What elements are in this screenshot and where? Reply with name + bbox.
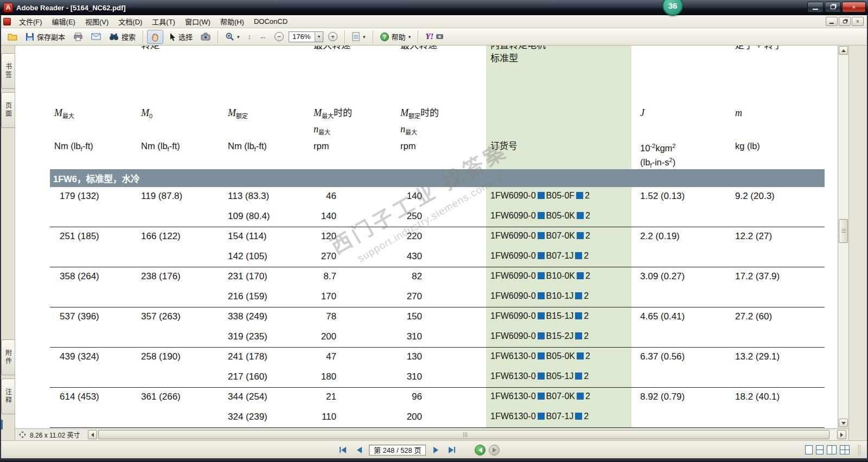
search-button[interactable]: 搜索 — [106, 30, 139, 44]
scroll-left-button[interactable] — [88, 430, 97, 439]
zoom-out-button[interactable]: − — [271, 30, 287, 44]
snapshot-tool-button[interactable] — [197, 30, 214, 44]
placeholder-square-icon — [577, 352, 584, 360]
menu-help[interactable]: 帮助(H) — [215, 15, 249, 28]
unit-nm: Nm (lbf-ft) — [140, 140, 227, 171]
single-page-view-button[interactable] — [805, 445, 813, 454]
menu-document[interactable]: 文档(D) — [113, 15, 147, 28]
cell-m0 — [140, 368, 227, 388]
header-torque: 转矩 — [140, 46, 227, 65]
placeholder-square-icon — [538, 292, 545, 299]
unit-kg: kg (lb) — [730, 140, 825, 171]
fit-width-button[interactable]: ↔ — [256, 30, 270, 44]
next-view-button[interactable] — [489, 445, 500, 455]
cell-nmax-at-mrated: 150 — [400, 307, 486, 328]
sidebar-tab-pages[interactable]: 页面 — [1, 92, 15, 128]
pdf-document-icon — [3, 18, 11, 25]
facing-view-button[interactable] — [827, 445, 837, 454]
previous-view-button[interactable] — [475, 445, 486, 455]
cell-m-rated: 113 (83.3) — [227, 187, 314, 207]
save-copy-button[interactable]: 保存副本 — [22, 30, 68, 44]
cell-m-rated: 344 (254) — [227, 388, 314, 408]
horizontal-scroll-track[interactable] — [98, 430, 837, 439]
select-cursor-icon — [168, 33, 176, 41]
save-icon — [25, 33, 34, 41]
print-button[interactable] — [70, 30, 86, 44]
close-button[interactable]: × — [842, 2, 866, 12]
zoom-level-combobox[interactable]: 176% ▾ — [289, 31, 323, 42]
vertical-scroll-thumb[interactable] — [839, 219, 848, 243]
cell-nmax-at-mmax: 47 — [314, 348, 400, 368]
scroll-down-button[interactable] — [839, 419, 848, 427]
cell-weight — [730, 207, 825, 227]
yahoo-toolbar-button[interactable]: Y! — [422, 30, 446, 44]
zoom-in-button[interactable]: + — [325, 30, 341, 44]
cell-m0: 258 (190) — [140, 348, 227, 368]
header-inertia-j: J — [631, 106, 730, 139]
menu-edit[interactable]: 编辑(E) — [47, 15, 80, 28]
document-area: 书签 页面 附件 注释 转矩 最大转速 最大转速 内置转矩电机 标准型 — [0, 46, 868, 440]
page-display-button[interactable]: ▾ — [349, 30, 369, 44]
minimize-button[interactable] — [807, 2, 824, 12]
cell-rotor-inertia — [631, 287, 730, 307]
last-page-icon — [454, 447, 455, 453]
menu-view[interactable]: 视图(V) — [80, 15, 113, 28]
last-page-button[interactable] — [445, 444, 458, 457]
scroll-right-button[interactable] — [837, 430, 846, 439]
continuous-view-button[interactable] — [816, 445, 824, 454]
mdi-restore-button[interactable] — [839, 17, 851, 26]
placeholder-square-icon — [538, 413, 545, 420]
sidebar-tab-attachments[interactable]: 附件 — [1, 339, 15, 375]
title-bar: A Adobe Reader - [5164_NC62.pdf] 36 × — [0, 0, 868, 15]
vertical-scrollbar[interactable] — [838, 46, 848, 428]
menu-file[interactable]: 文件(F) — [14, 15, 47, 28]
sidebar-tab-comments[interactable]: 注释 — [1, 378, 15, 414]
header-built-in-torque-motor: 内置转矩电机 标准型 — [486, 46, 631, 65]
zoom-in-tool-button[interactable]: ▾ — [222, 30, 243, 44]
mdi-minimize-button[interactable] — [826, 17, 838, 26]
menu-doconcd[interactable]: DOConCD — [249, 16, 292, 27]
cell-m-max: 614 (453) — [50, 388, 140, 408]
cell-nmax-at-mmax: 270 — [314, 247, 400, 267]
scroll-up-button[interactable] — [839, 46, 848, 55]
select-tool-button[interactable]: 选择 — [165, 30, 196, 44]
cell-nmax-at-mrated: 200 — [400, 408, 486, 428]
continuous-facing-view-button[interactable] — [840, 445, 850, 454]
help-button[interactable]: ? 帮助 ▾ — [377, 30, 414, 44]
previous-page-button[interactable] — [353, 444, 366, 457]
next-page-button[interactable] — [429, 444, 442, 457]
save-copy-label: 保存副本 — [37, 31, 65, 42]
cell-weight: 13.2 (29.1) — [730, 348, 825, 368]
mdi-close-button[interactable]: × — [852, 17, 864, 26]
restore-button[interactable] — [825, 2, 841, 12]
hand-tool-button[interactable] — [147, 30, 163, 44]
page-number-field[interactable]: 第 248 / 528 页 — [369, 445, 426, 455]
cell-m0: 166 (122) — [140, 227, 227, 247]
first-page-button[interactable] — [336, 444, 349, 457]
placeholder-square-icon — [575, 413, 582, 420]
table-row-group: 358 (264)238 (176)231 (170)8.7821FW6090-… — [50, 267, 825, 307]
cell-m-rated: 231 (170) — [227, 267, 314, 287]
cell-weight — [730, 287, 825, 307]
thumb-grip — [841, 229, 846, 229]
window-title: Adobe Reader - [5164_NC62.pdf] — [16, 4, 126, 12]
table-row-group: 537 (396)357 (263)338 (249)781501FW6090-… — [50, 307, 825, 347]
open-button[interactable] — [4, 30, 21, 44]
horizontal-scroll-thumb[interactable] — [98, 430, 830, 439]
cell-nmax-at-mrated: 310 — [400, 368, 486, 388]
sidebar-tab-bookmarks[interactable]: 书签 — [1, 53, 15, 89]
cell-order-number: 1FW6090-0B10-1J2 — [486, 287, 631, 307]
fit-page-button[interactable]: ↕ — [245, 30, 255, 44]
close-icon: × — [856, 18, 859, 24]
resize-grip[interactable] — [858, 445, 860, 455]
menu-tools[interactable]: 工具(T) — [147, 15, 180, 28]
cell-m0: 119 (87.8) — [140, 187, 227, 207]
open-folder-icon — [8, 33, 17, 41]
placeholder-square-icon — [575, 332, 582, 339]
horizontal-scrollbar[interactable] — [88, 430, 847, 440]
menu-window[interactable]: 窗口(W) — [180, 15, 215, 28]
arrow-left-icon — [341, 447, 346, 453]
email-button[interactable] — [88, 30, 104, 44]
cell-nmax-at-mmax: 180 — [314, 368, 400, 388]
minimize-icon — [813, 9, 818, 10]
